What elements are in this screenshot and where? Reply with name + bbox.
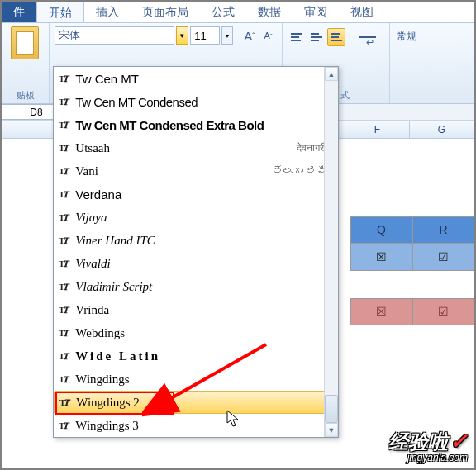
font-option-label: Wingdings 3 xyxy=(75,419,333,433)
clipboard-group-label: 贴板 xyxy=(2,89,49,102)
truetype-icon: T𝑻 xyxy=(59,374,69,385)
font-option-label: Utsaah xyxy=(75,141,297,155)
font-option-utsaah[interactable]: T𝑻Utsaahदेवनागरी xyxy=(54,136,338,159)
number-format-label[interactable]: 常规 xyxy=(395,26,441,47)
tab-formula[interactable]: 公式 xyxy=(200,2,246,22)
font-option-label: Tw Cen MT xyxy=(75,72,333,86)
truetype-icon: T𝑻 xyxy=(59,259,69,269)
font-option-wingdings-3[interactable]: T𝑻Wingdings 3 xyxy=(54,414,338,437)
font-option-label: Verdana xyxy=(75,188,333,202)
truetype-icon: T𝑻 xyxy=(59,420,69,431)
select-all-corner[interactable] xyxy=(2,121,26,138)
font-option-label: Vivaldi xyxy=(75,257,333,271)
font-option-vijaya[interactable]: T𝑻Vijaya xyxy=(54,206,338,229)
watermark-text: 经验啦 xyxy=(388,430,448,453)
font-option-verdana[interactable]: T𝑻Verdana xyxy=(54,183,338,206)
scroll-thumb[interactable] xyxy=(325,395,338,423)
tab-home[interactable]: 开始 xyxy=(36,2,84,22)
truetype-icon: T𝑻 xyxy=(59,235,69,246)
cell-f-red[interactable]: ☒ xyxy=(350,298,412,325)
cell-g-blue-body[interactable]: ☑ xyxy=(412,244,474,271)
visible-cells: Q R ☒ ☑ ☒ ☑ xyxy=(350,139,474,325)
font-script-sample: తెలుగు లిపి xyxy=(273,165,326,177)
font-option-label: Wingdings xyxy=(75,373,333,387)
align-bottom-button[interactable] xyxy=(327,28,345,46)
col-header-f[interactable]: F xyxy=(345,121,410,138)
dropdown-scrollbar[interactable]: ▲ ▼ xyxy=(324,67,338,437)
increase-font-button[interactable]: Aˆ xyxy=(240,26,258,45)
font-option-label: Wingdings 2 xyxy=(76,396,332,410)
tab-insert[interactable]: 插入 xyxy=(84,2,131,22)
font-option-label: Tw Cen MT Condensed Extra Bold xyxy=(75,118,333,132)
truetype-icon: T𝑻 xyxy=(59,351,69,362)
font-option-label: Viner Hand ITC xyxy=(75,234,333,248)
truetype-icon: T𝑻 xyxy=(59,189,69,200)
font-option-wingdings-2[interactable]: T𝑻Wingdings 2 xyxy=(54,391,338,414)
font-option-label: Vijaya xyxy=(75,211,333,225)
col-header-g[interactable]: G xyxy=(410,121,474,138)
font-option-wingdings[interactable]: T𝑻Wingdings xyxy=(54,368,338,391)
font-option-vani[interactable]: T𝑻Vaniతెలుగు లిపి xyxy=(54,159,338,183)
cell-g-blue-header[interactable]: R xyxy=(412,216,474,244)
clipboard-group: 贴板 xyxy=(2,23,50,103)
font-option-vrinda[interactable]: T𝑻Vrinda xyxy=(54,298,338,321)
cell-g-red[interactable]: ☑ xyxy=(412,298,474,325)
font-script-sample: देवनागरी xyxy=(297,142,326,154)
cell-f-blue-body[interactable]: ☒ xyxy=(350,244,412,271)
decrease-font-button[interactable]: Aˇ xyxy=(259,26,277,45)
font-option-vladimir-script[interactable]: T𝑻Vladimir Script xyxy=(54,275,338,298)
scroll-down-arrow[interactable]: ▼ xyxy=(325,423,338,437)
font-size-dropdown-button[interactable]: ▾ xyxy=(221,26,232,45)
ribbon-tabs: 件 开始 插入 页面布局 公式 数据 审阅 视图 xyxy=(2,2,474,23)
truetype-icon: T𝑻 xyxy=(59,120,69,131)
truetype-icon: T𝑻 xyxy=(59,74,69,84)
font-option-tw-cen-mt-condensed[interactable]: T𝑻Tw Cen MT Condensed xyxy=(54,90,338,113)
font-option-label: Wide Latin xyxy=(75,349,333,363)
truetype-icon: T𝑻 xyxy=(59,212,69,223)
font-option-label: Webdings xyxy=(75,326,333,340)
truetype-icon: T𝑻 xyxy=(59,143,69,154)
truetype-icon: T𝑻 xyxy=(60,397,69,408)
font-name-dropdown-button[interactable]: ▾ xyxy=(176,26,188,45)
tab-view[interactable]: 视图 xyxy=(339,2,385,22)
truetype-icon: T𝑻 xyxy=(59,97,69,107)
watermark-check-icon: ✓ xyxy=(450,429,468,453)
paste-icon xyxy=(11,26,39,59)
tab-review[interactable]: 审阅 xyxy=(293,2,339,22)
font-option-webdings[interactable]: T𝑻Webdings xyxy=(54,321,338,344)
paste-button[interactable] xyxy=(7,26,43,84)
cell-f-blue-header[interactable]: Q xyxy=(350,216,412,244)
truetype-icon: T𝑻 xyxy=(59,328,69,339)
truetype-icon: T𝑻 xyxy=(59,305,69,316)
truetype-icon: T𝑻 xyxy=(59,166,69,177)
font-option-wide-latin[interactable]: T𝑻Wide Latin xyxy=(54,344,338,368)
font-option-tw-cen-mt-condensed-extra-bold[interactable]: T𝑻Tw Cen MT Condensed Extra Bold xyxy=(54,113,338,136)
tab-layout[interactable]: 页面布局 xyxy=(131,2,200,22)
watermark: 经验啦✓ jingyanla.com xyxy=(388,429,468,463)
scroll-up-arrow[interactable]: ▲ xyxy=(325,67,338,81)
font-option-tw-cen-mt[interactable]: T𝑻Tw Cen MT xyxy=(54,67,338,90)
font-option-viner-hand-itc[interactable]: T𝑻Viner Hand ITC xyxy=(54,229,338,252)
font-name-input[interactable] xyxy=(55,26,174,45)
tab-file[interactable]: 件 xyxy=(2,2,36,22)
align-middle-button[interactable] xyxy=(307,28,326,46)
font-option-label: Vani xyxy=(75,164,272,178)
tab-data[interactable]: 数据 xyxy=(246,2,293,22)
wrap-text-button[interactable] xyxy=(355,28,374,46)
font-option-vivaldi[interactable]: T𝑻Vivaldi xyxy=(54,252,338,275)
align-top-button[interactable] xyxy=(288,28,306,46)
truetype-icon: T𝑻 xyxy=(59,282,69,292)
font-dropdown-list[interactable]: T𝑻Tw Cen MTT𝑻Tw Cen MT CondensedT𝑻Tw Cen… xyxy=(53,66,339,438)
font-option-label: Vrinda xyxy=(75,303,333,317)
font-size-input[interactable] xyxy=(190,26,220,45)
font-option-label: Vladimir Script xyxy=(75,280,333,294)
font-option-label: Tw Cen MT Condensed xyxy=(75,95,333,109)
number-group: 常规 xyxy=(390,23,446,103)
